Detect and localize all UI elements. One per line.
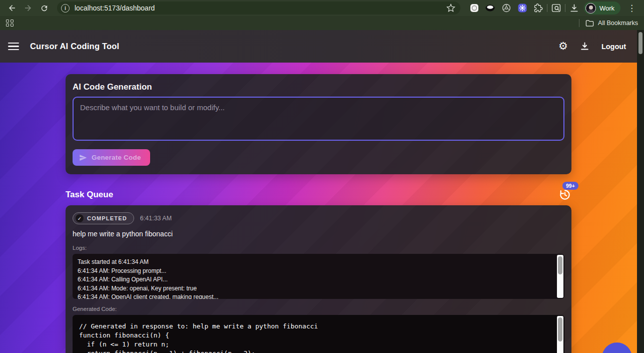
folder-icon xyxy=(585,20,594,27)
notification-badge: 99+ xyxy=(562,182,578,190)
url-text[interactable]: localhost:5173/dashboard xyxy=(75,4,446,12)
all-bookmarks-label: All Bookmarks xyxy=(598,20,638,27)
app-title: Cursor AI Coding Tool xyxy=(30,42,119,51)
profile-button[interactable]: Work xyxy=(584,2,620,15)
toolbar-separator-2 xyxy=(565,4,565,12)
logs-label: Logs: xyxy=(73,245,564,251)
logs-scrollbar-thumb[interactable] xyxy=(558,256,562,274)
refresh-button[interactable] xyxy=(37,1,51,15)
bookmarks-separator xyxy=(579,19,579,27)
browser-menu-icon[interactable]: ⋮ xyxy=(627,3,635,13)
all-bookmarks-button[interactable]: All Bookmarks xyxy=(577,19,638,27)
prompt-input[interactable] xyxy=(73,97,564,141)
history-icon xyxy=(558,188,571,201)
dashboard-main: AI Code Generation Generate Code Task Qu… xyxy=(0,63,637,353)
settings-gear-icon[interactable]: ⚙ xyxy=(558,41,568,52)
status-badge: ✓ COMPLETED xyxy=(73,212,134,224)
list-item: 6:41:34 AM: Mode: openai, Key present: t… xyxy=(78,284,550,293)
ai-code-generation-card: AI Code Generation Generate Code xyxy=(66,74,571,174)
export-download-icon[interactable] xyxy=(580,42,589,51)
extensions-puzzle-icon[interactable] xyxy=(533,4,543,13)
list-item: function fibonacci(n) { xyxy=(79,331,550,340)
logout-button[interactable]: Logout xyxy=(601,43,626,51)
extension-c-icon[interactable] xyxy=(501,4,511,13)
list-item: Task started at 6:41:34 AM xyxy=(78,258,550,267)
extension-d-icon[interactable] xyxy=(517,4,527,13)
list-item: 6:41:34 AM: OpenAI client created, makin… xyxy=(78,293,550,299)
tab-search-icon[interactable] xyxy=(551,4,561,13)
status-label: COMPLETED xyxy=(87,215,127,221)
floating-action-button[interactable] xyxy=(602,342,632,353)
app-header: Cursor AI Coding Tool ⚙ Logout xyxy=(0,30,637,63)
code-scrollbar[interactable] xyxy=(557,316,563,353)
list-item: if (n <= 1) return n; xyxy=(79,340,550,349)
toolbar-separator xyxy=(547,4,547,12)
task-timestamp: 6:41:33 AM xyxy=(140,215,172,222)
code-lines: // Generated in response to: help me wri… xyxy=(79,322,550,353)
extension-a-icon[interactable] xyxy=(469,4,479,13)
site-info-icon[interactable]: i xyxy=(61,4,70,13)
profile-avatar xyxy=(585,3,596,14)
forward-icon xyxy=(24,4,33,13)
task-queue-header: Task Queue 99+ xyxy=(66,188,571,202)
list-item: 6:41:34 AM: Calling OpenAI API... xyxy=(78,275,550,284)
downloads-icon[interactable] xyxy=(569,4,579,13)
generate-code-label: Generate Code xyxy=(92,154,141,161)
menu-icon[interactable] xyxy=(8,41,19,52)
profile-name: Work xyxy=(599,5,614,12)
extension-icons xyxy=(469,4,543,13)
task-queue-title: Task Queue xyxy=(66,190,113,200)
refresh-icon xyxy=(40,4,49,13)
address-bar[interactable]: i localhost:5173/dashboard xyxy=(57,2,460,15)
code-scrollbar-thumb[interactable] xyxy=(558,317,562,341)
app-window: Cursor AI Coding Tool ⚙ Logout AI Code G… xyxy=(0,30,644,353)
generated-code-panel[interactable]: // Generated in response to: help me wri… xyxy=(73,315,564,353)
generated-code-label: Generated Code: xyxy=(73,306,564,312)
generator-title: AI Code Generation xyxy=(73,82,564,93)
logs-scrollbar[interactable] xyxy=(557,255,563,298)
bookmark-star-icon[interactable] xyxy=(446,4,455,13)
task-history-button[interactable]: 99+ xyxy=(558,188,571,201)
page-scrollbar[interactable] xyxy=(637,30,644,353)
back-icon xyxy=(8,4,17,13)
page-scrollbar-thumb[interactable] xyxy=(638,32,642,54)
logs-panel[interactable]: Task started at 6:41:34 AM6:41:34 AM: Pr… xyxy=(73,254,564,299)
log-lines: Task started at 6:41:34 AM6:41:34 AM: Pr… xyxy=(78,258,550,299)
browser-toolbar: i localhost:5173/dashboard Work ⋮ xyxy=(0,0,644,16)
list-item: 6:41:34 AM: Processing prompt... xyxy=(78,267,550,276)
task-prompt: help me write a python fibonacci xyxy=(73,230,564,238)
task-card: ✓ COMPLETED 6:41:33 AM help me write a p… xyxy=(66,205,571,353)
list-item: // Generated in response to: help me wri… xyxy=(79,322,550,331)
back-button[interactable] xyxy=(5,1,19,15)
forward-button[interactable] xyxy=(21,1,35,15)
check-icon: ✓ xyxy=(76,214,84,222)
extension-b-icon[interactable] xyxy=(485,4,495,13)
generate-code-button[interactable]: Generate Code xyxy=(73,149,150,166)
send-icon xyxy=(79,154,87,162)
list-item: return fibonacci(n - 1) + fibonacci(n - … xyxy=(79,349,550,353)
apps-grid-icon[interactable] xyxy=(6,20,14,27)
bookmarks-bar: All Bookmarks xyxy=(0,16,644,30)
